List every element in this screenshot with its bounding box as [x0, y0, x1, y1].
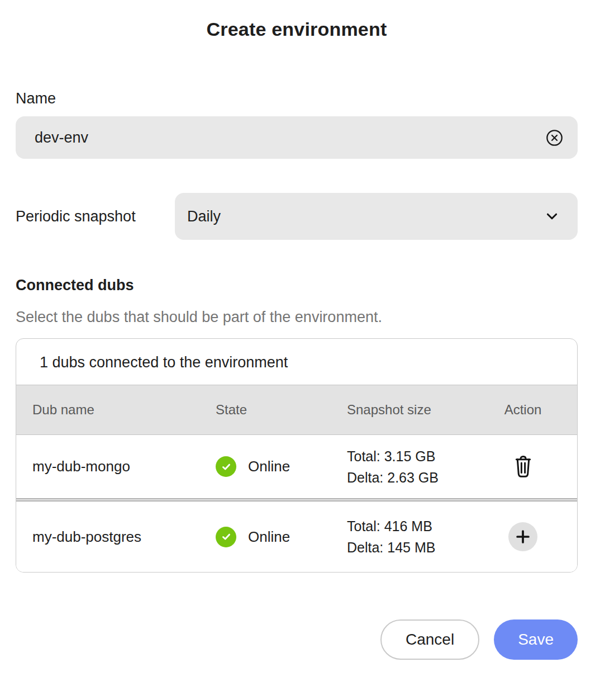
dub-name: my-dub-postgres	[16, 528, 216, 546]
connected-dubs-description: Select the dubs that should be part of t…	[16, 309, 578, 326]
circle-x-icon	[546, 129, 563, 146]
check-circle-icon	[216, 456, 236, 477]
periodic-snapshot-select[interactable]: Daily	[175, 193, 578, 240]
add-dub-button[interactable]	[508, 522, 537, 551]
snapshot-delta: Delta: 145 MB	[347, 539, 497, 556]
name-input-value: dev-env	[35, 129, 88, 146]
dub-name: my-dub-mongo	[16, 458, 216, 475]
plus-icon	[515, 529, 531, 545]
clear-name-button[interactable]	[546, 129, 563, 146]
dub-state-label: Online	[248, 458, 290, 475]
dub-state-label: Online	[248, 528, 290, 546]
page-title: Create environment	[16, 0, 578, 41]
name-label: Name	[16, 89, 578, 107]
column-header-action: Action	[497, 402, 577, 418]
chevron-down-icon	[545, 209, 559, 224]
dub-state: Online	[216, 456, 347, 477]
dub-action	[497, 522, 577, 551]
check-circle-icon	[216, 527, 236, 547]
create-environment-dialog: Create environment Name dev-env Periodic…	[0, 0, 600, 700]
connected-dubs-heading: Connected dubs	[16, 277, 578, 294]
snapshot-total: Total: 416 MB	[347, 518, 497, 535]
dub-action	[497, 455, 577, 479]
dub-state: Online	[216, 527, 347, 547]
column-header-dub-name: Dub name	[16, 402, 216, 418]
snapshot-delta: Delta: 2.63 GB	[347, 469, 497, 486]
name-input[interactable]: dev-env	[16, 116, 578, 159]
connected-dubs-panel: 1 dubs connected to the environment Dub …	[16, 338, 578, 573]
column-header-snapshot-size: Snapshot size	[347, 402, 497, 418]
column-header-state: State	[216, 402, 347, 418]
table-header-row: Dub name State Snapshot size Action	[16, 385, 577, 435]
dub-snapshot-size: Total: 3.15 GB Delta: 2.63 GB	[347, 448, 497, 486]
save-button[interactable]: Save	[494, 619, 578, 660]
cancel-button[interactable]: Cancel	[380, 619, 479, 660]
dialog-footer: Cancel Save	[16, 619, 578, 660]
trash-icon	[513, 455, 534, 479]
dub-snapshot-size: Total: 416 MB Delta: 145 MB	[347, 518, 497, 556]
dubs-summary: 1 dubs connected to the environment	[16, 339, 577, 385]
periodic-snapshot-field: Periodic snapshot Daily	[16, 193, 578, 240]
periodic-snapshot-label: Periodic snapshot	[16, 208, 175, 225]
periodic-snapshot-value: Daily	[187, 208, 221, 225]
snapshot-total: Total: 3.15 GB	[347, 448, 497, 465]
table-row: my-dub-mongo Online Total: 3.15 GB Delta…	[16, 435, 577, 498]
remove-dub-button[interactable]	[513, 455, 534, 479]
table-row: my-dub-postgres Online Total: 416 MB Del…	[16, 502, 577, 572]
